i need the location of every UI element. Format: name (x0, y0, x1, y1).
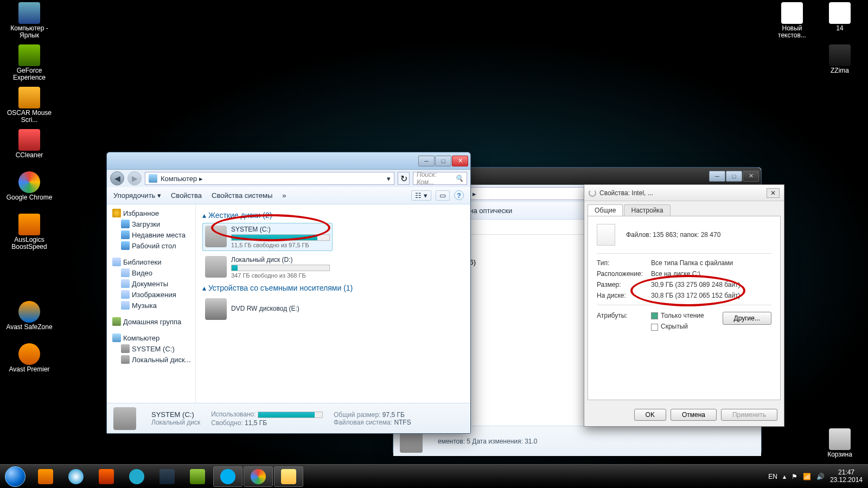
close-button[interactable]: ✕ (743, 171, 759, 182)
drive-e-tile[interactable]: DVD RW дисковод (E:) (202, 296, 333, 323)
desktop-icon[interactable]: GeForce Experience (5, 44, 53, 81)
tree-item-downloads[interactable]: Загрузки (109, 219, 193, 229)
explorer-window-computer[interactable]: ─ □ ✕ ◀ ▶ Компьютер ▸ ▾ ↻ Поиск: Ком...🔍… (106, 152, 471, 434)
document-icon (121, 279, 130, 288)
close-button[interactable]: ✕ (767, 188, 780, 198)
refresh-button[interactable]: ↻ (398, 172, 410, 185)
multidoc-icon (597, 224, 615, 246)
wmp-icon (38, 469, 53, 484)
minimize-button[interactable]: ─ (709, 171, 725, 182)
steam-icon (159, 469, 175, 484)
tray-volume-icon[interactable]: 🔊 (816, 473, 825, 480)
textfile-icon (781, 2, 803, 24)
music-icon (121, 301, 130, 310)
taskbar-item-np[interactable] (183, 466, 212, 487)
maximize-button[interactable]: □ (726, 171, 742, 182)
avast-safezone-icon (18, 301, 40, 323)
desktop-icon[interactable]: Google Chrome (5, 171, 53, 201)
properties-dialog[interactable]: Свойства: Intel, ... ✕ Общие Настройка Ф… (584, 184, 784, 427)
tree-computer[interactable]: Компьютер (109, 332, 193, 343)
tree-item-documents[interactable]: Документы (109, 278, 193, 289)
taskbar-item-flame[interactable] (92, 466, 121, 487)
cmd-properties[interactable]: Свойства (171, 191, 202, 200)
tree-item-desktop[interactable]: Рабочий стол (109, 240, 193, 251)
drive-d-tile[interactable]: Локальный диск (D:) 347 ГБ свободно из 3… (202, 253, 333, 281)
cmd-overflow[interactable]: » (282, 191, 286, 200)
ok-button[interactable]: OK (634, 409, 666, 421)
cmd-organize[interactable]: Упорядочить ▾ (113, 191, 161, 200)
taskbar-item-explorer[interactable] (274, 466, 303, 487)
cmd-system-properties[interactable]: Свойства системы (212, 191, 272, 200)
apply-button[interactable]: Применить (721, 409, 777, 421)
tree-libraries[interactable]: Библиотеки (109, 256, 193, 267)
taskbar-item-wmp[interactable] (31, 466, 60, 487)
tab-settings[interactable]: Настройка (624, 204, 670, 216)
start-button[interactable] (0, 465, 30, 489)
back-button[interactable]: ◀ (110, 171, 124, 185)
tree-item-drive-c[interactable]: SYSTEM (C:) (109, 343, 193, 354)
forward-button[interactable]: ▶ (127, 171, 142, 185)
section-hard-drives[interactable]: ▴ Жесткие диски (2) (202, 211, 464, 220)
desktop-icon[interactable]: Avast Premier (5, 343, 53, 373)
desktop-icon[interactable]: ZZima (816, 44, 864, 74)
trash-icon (829, 428, 851, 450)
tab-general[interactable]: Общие (588, 204, 623, 216)
desktop-icon[interactable]: Avast SafeZone (5, 301, 53, 331)
clock[interactable]: 21:4723.12.2014 (830, 469, 863, 483)
maximize-button[interactable]: □ (435, 156, 451, 166)
checkbox-hidden[interactable]: Скрытый (651, 323, 723, 330)
desktop-icon[interactable]: Корзина (816, 428, 864, 458)
desktop-icon[interactable]: OSCAR Mouse Scri... (5, 87, 53, 124)
help-button[interactable]: ? (454, 190, 464, 200)
tree-item-recent[interactable]: Недавние места (109, 229, 193, 240)
taskbar-item-chrome[interactable] (244, 466, 273, 487)
language-indicator[interactable]: EN (768, 473, 777, 480)
more-button[interactable]: Другие... (723, 312, 771, 325)
address-field[interactable]: Компьютер ▸ ▾ (145, 172, 394, 185)
search-input[interactable]: Поиск: Ком...🔍 (413, 172, 467, 185)
titlebar[interactable]: Свойства: Intel, ... ✕ (584, 185, 784, 201)
checkbox-readonly[interactable]: Только чтение (651, 312, 723, 319)
taskbar-item-bolt[interactable] (61, 466, 91, 487)
desktop-icon[interactable]: CCleaner (5, 129, 53, 159)
z-icon (129, 469, 144, 484)
desktop-icon[interactable]: Компьютер - Ярлык (5, 2, 53, 39)
preview-pane-button[interactable]: ▭ (436, 190, 450, 201)
titlebar[interactable]: ─ □ ✕ (107, 152, 470, 170)
system-tray: EN ▴ ⚑ 📶 🔊 21:4723.12.2014 (768, 469, 868, 483)
tray-network-icon[interactable]: 📶 (803, 473, 811, 480)
content-pane: ▴ Жесткие диски (2) SYSTEM (C:) 11,5 ГБ … (196, 204, 470, 403)
close-button[interactable]: ✕ (452, 156, 468, 166)
computer-icon (149, 174, 157, 183)
section-removable[interactable]: ▴ Устройства со съемными носителями (1) (202, 284, 464, 292)
minimize-button[interactable]: ─ (418, 156, 435, 166)
notepad-icon (190, 469, 205, 484)
drive-icon (121, 344, 130, 353)
taskbar: EN ▴ ⚑ 📶 🔊 21:4723.12.2014 (0, 464, 868, 488)
tree-favorites[interactable]: Избранное (109, 208, 193, 219)
details-pane: SYSTEM (C:) Локальный диск Использовано:… (107, 403, 470, 433)
drive-c-tile[interactable]: SYSTEM (C:) 11,5 ГБ свободно из 97,5 ГБ (202, 223, 333, 251)
tree-item-videos[interactable]: Видео (109, 267, 193, 278)
desktop-icon[interactable]: 14 (816, 2, 864, 32)
folder-icon (121, 241, 130, 250)
tray-flag-icon[interactable]: ⚑ (792, 473, 797, 480)
taskbar-item-skype[interactable] (213, 466, 242, 487)
desktop-icon[interactable]: Новый текстов... (768, 2, 816, 39)
tree-homegroup[interactable]: Домашняя группа (109, 316, 193, 327)
tree-item-drive-d[interactable]: Локальный диск... (109, 354, 193, 365)
view-button[interactable]: ☷ ▾ (411, 190, 431, 201)
drive-icon (113, 407, 136, 430)
tree-item-music[interactable]: Музыка (109, 300, 193, 311)
taskbar-item-steam[interactable] (152, 466, 182, 487)
tray-chevron[interactable]: ▴ (783, 473, 786, 480)
tree-item-pictures[interactable]: Изображения (109, 289, 193, 300)
navigation-tree: Избранное Загрузки Недавние места Рабочи… (107, 204, 196, 403)
chrome-icon (251, 469, 266, 484)
taskbar-item-z[interactable] (122, 466, 151, 487)
capacity-bar (231, 265, 330, 271)
library-icon (112, 258, 121, 266)
desktop-icon[interactable]: AusLogics BoostSpeed (5, 214, 53, 251)
cancel-button[interactable]: Отмена (671, 409, 717, 421)
textfile-icon (829, 2, 851, 24)
